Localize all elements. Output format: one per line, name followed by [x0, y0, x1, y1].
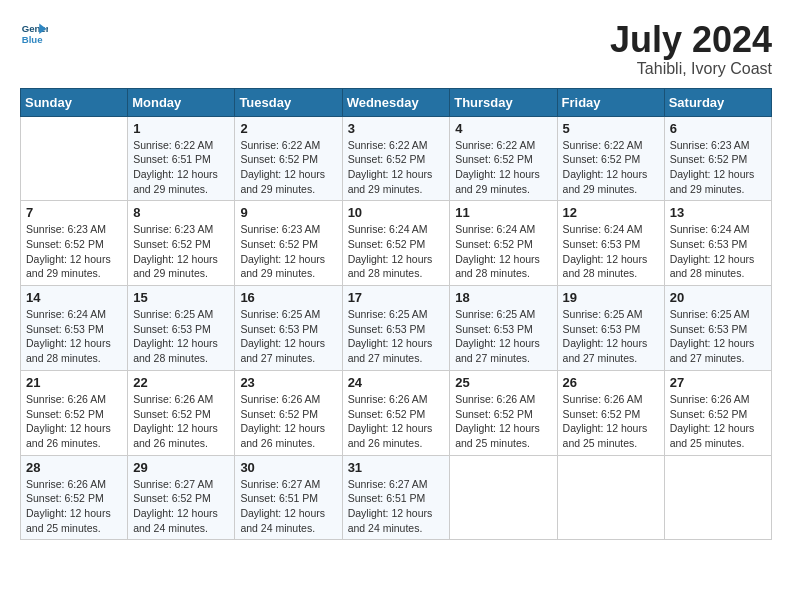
- day-number: 16: [240, 290, 336, 305]
- day-info: Sunrise: 6:25 AM Sunset: 6:53 PM Dayligh…: [455, 307, 551, 366]
- calendar-day-cell: 28Sunrise: 6:26 AM Sunset: 6:52 PM Dayli…: [21, 455, 128, 540]
- day-info: Sunrise: 6:24 AM Sunset: 6:53 PM Dayligh…: [563, 222, 659, 281]
- calendar-day-cell: 27Sunrise: 6:26 AM Sunset: 6:52 PM Dayli…: [664, 370, 771, 455]
- calendar-day-cell: 11Sunrise: 6:24 AM Sunset: 6:52 PM Dayli…: [450, 201, 557, 286]
- weekday-header-cell: Tuesday: [235, 88, 342, 116]
- calendar-day-cell: 31Sunrise: 6:27 AM Sunset: 6:51 PM Dayli…: [342, 455, 450, 540]
- weekday-header-cell: Saturday: [664, 88, 771, 116]
- calendar-day-cell: 20Sunrise: 6:25 AM Sunset: 6:53 PM Dayli…: [664, 286, 771, 371]
- calendar-day-cell: 10Sunrise: 6:24 AM Sunset: 6:52 PM Dayli…: [342, 201, 450, 286]
- calendar-day-cell: 17Sunrise: 6:25 AM Sunset: 6:53 PM Dayli…: [342, 286, 450, 371]
- day-number: 5: [563, 121, 659, 136]
- weekday-header-cell: Wednesday: [342, 88, 450, 116]
- day-number: 6: [670, 121, 766, 136]
- calendar-day-cell: 13Sunrise: 6:24 AM Sunset: 6:53 PM Dayli…: [664, 201, 771, 286]
- day-number: 15: [133, 290, 229, 305]
- logo: General Blue: [20, 20, 48, 48]
- calendar-day-cell: 2Sunrise: 6:22 AM Sunset: 6:52 PM Daylig…: [235, 116, 342, 201]
- calendar-day-cell: [450, 455, 557, 540]
- day-number: 13: [670, 205, 766, 220]
- day-info: Sunrise: 6:26 AM Sunset: 6:52 PM Dayligh…: [455, 392, 551, 451]
- day-info: Sunrise: 6:22 AM Sunset: 6:52 PM Dayligh…: [348, 138, 445, 197]
- logo-icon: General Blue: [20, 20, 48, 48]
- day-info: Sunrise: 6:26 AM Sunset: 6:52 PM Dayligh…: [563, 392, 659, 451]
- day-number: 31: [348, 460, 445, 475]
- day-info: Sunrise: 6:22 AM Sunset: 6:52 PM Dayligh…: [455, 138, 551, 197]
- day-info: Sunrise: 6:26 AM Sunset: 6:52 PM Dayligh…: [240, 392, 336, 451]
- calendar-body: 1Sunrise: 6:22 AM Sunset: 6:51 PM Daylig…: [21, 116, 772, 540]
- calendar-day-cell: 21Sunrise: 6:26 AM Sunset: 6:52 PM Dayli…: [21, 370, 128, 455]
- calendar-day-cell: 14Sunrise: 6:24 AM Sunset: 6:53 PM Dayli…: [21, 286, 128, 371]
- page-header: General Blue July 2024 Tahibli, Ivory Co…: [20, 20, 772, 78]
- day-number: 20: [670, 290, 766, 305]
- day-number: 28: [26, 460, 122, 475]
- day-info: Sunrise: 6:25 AM Sunset: 6:53 PM Dayligh…: [240, 307, 336, 366]
- calendar-day-cell: 12Sunrise: 6:24 AM Sunset: 6:53 PM Dayli…: [557, 201, 664, 286]
- day-info: Sunrise: 6:25 AM Sunset: 6:53 PM Dayligh…: [563, 307, 659, 366]
- day-info: Sunrise: 6:26 AM Sunset: 6:52 PM Dayligh…: [26, 392, 122, 451]
- day-number: 18: [455, 290, 551, 305]
- calendar-day-cell: 16Sunrise: 6:25 AM Sunset: 6:53 PM Dayli…: [235, 286, 342, 371]
- day-info: Sunrise: 6:26 AM Sunset: 6:52 PM Dayligh…: [26, 477, 122, 536]
- calendar-day-cell: 19Sunrise: 6:25 AM Sunset: 6:53 PM Dayli…: [557, 286, 664, 371]
- day-info: Sunrise: 6:22 AM Sunset: 6:52 PM Dayligh…: [563, 138, 659, 197]
- day-info: Sunrise: 6:25 AM Sunset: 6:53 PM Dayligh…: [133, 307, 229, 366]
- day-number: 22: [133, 375, 229, 390]
- calendar-day-cell: [21, 116, 128, 201]
- weekday-header-cell: Thursday: [450, 88, 557, 116]
- calendar-day-cell: 7Sunrise: 6:23 AM Sunset: 6:52 PM Daylig…: [21, 201, 128, 286]
- day-info: Sunrise: 6:27 AM Sunset: 6:51 PM Dayligh…: [240, 477, 336, 536]
- calendar-day-cell: 24Sunrise: 6:26 AM Sunset: 6:52 PM Dayli…: [342, 370, 450, 455]
- day-info: Sunrise: 6:23 AM Sunset: 6:52 PM Dayligh…: [26, 222, 122, 281]
- calendar-day-cell: 29Sunrise: 6:27 AM Sunset: 6:52 PM Dayli…: [128, 455, 235, 540]
- title-block: July 2024 Tahibli, Ivory Coast: [610, 20, 772, 78]
- day-info: Sunrise: 6:23 AM Sunset: 6:52 PM Dayligh…: [240, 222, 336, 281]
- svg-text:Blue: Blue: [22, 34, 43, 45]
- day-info: Sunrise: 6:25 AM Sunset: 6:53 PM Dayligh…: [348, 307, 445, 366]
- day-info: Sunrise: 6:24 AM Sunset: 6:52 PM Dayligh…: [455, 222, 551, 281]
- calendar-table: SundayMondayTuesdayWednesdayThursdayFrid…: [20, 88, 772, 541]
- day-number: 25: [455, 375, 551, 390]
- location-subtitle: Tahibli, Ivory Coast: [610, 60, 772, 78]
- day-info: Sunrise: 6:26 AM Sunset: 6:52 PM Dayligh…: [348, 392, 445, 451]
- weekday-header-cell: Monday: [128, 88, 235, 116]
- calendar-day-cell: 23Sunrise: 6:26 AM Sunset: 6:52 PM Dayli…: [235, 370, 342, 455]
- day-number: 10: [348, 205, 445, 220]
- day-number: 30: [240, 460, 336, 475]
- calendar-day-cell: 9Sunrise: 6:23 AM Sunset: 6:52 PM Daylig…: [235, 201, 342, 286]
- day-number: 23: [240, 375, 336, 390]
- day-number: 8: [133, 205, 229, 220]
- calendar-day-cell: 15Sunrise: 6:25 AM Sunset: 6:53 PM Dayli…: [128, 286, 235, 371]
- day-info: Sunrise: 6:25 AM Sunset: 6:53 PM Dayligh…: [670, 307, 766, 366]
- day-info: Sunrise: 6:24 AM Sunset: 6:52 PM Dayligh…: [348, 222, 445, 281]
- day-info: Sunrise: 6:24 AM Sunset: 6:53 PM Dayligh…: [26, 307, 122, 366]
- month-year-title: July 2024: [610, 20, 772, 60]
- weekday-header-cell: Sunday: [21, 88, 128, 116]
- day-info: Sunrise: 6:22 AM Sunset: 6:51 PM Dayligh…: [133, 138, 229, 197]
- day-info: Sunrise: 6:27 AM Sunset: 6:51 PM Dayligh…: [348, 477, 445, 536]
- day-info: Sunrise: 6:26 AM Sunset: 6:52 PM Dayligh…: [670, 392, 766, 451]
- calendar-day-cell: 6Sunrise: 6:23 AM Sunset: 6:52 PM Daylig…: [664, 116, 771, 201]
- calendar-day-cell: 3Sunrise: 6:22 AM Sunset: 6:52 PM Daylig…: [342, 116, 450, 201]
- day-info: Sunrise: 6:23 AM Sunset: 6:52 PM Dayligh…: [670, 138, 766, 197]
- calendar-week-row: 14Sunrise: 6:24 AM Sunset: 6:53 PM Dayli…: [21, 286, 772, 371]
- day-info: Sunrise: 6:27 AM Sunset: 6:52 PM Dayligh…: [133, 477, 229, 536]
- weekday-header-cell: Friday: [557, 88, 664, 116]
- day-number: 29: [133, 460, 229, 475]
- calendar-day-cell: 26Sunrise: 6:26 AM Sunset: 6:52 PM Dayli…: [557, 370, 664, 455]
- day-number: 26: [563, 375, 659, 390]
- day-number: 4: [455, 121, 551, 136]
- day-number: 14: [26, 290, 122, 305]
- day-number: 3: [348, 121, 445, 136]
- calendar-week-row: 1Sunrise: 6:22 AM Sunset: 6:51 PM Daylig…: [21, 116, 772, 201]
- weekday-header-row: SundayMondayTuesdayWednesdayThursdayFrid…: [21, 88, 772, 116]
- calendar-day-cell: 22Sunrise: 6:26 AM Sunset: 6:52 PM Dayli…: [128, 370, 235, 455]
- calendar-day-cell: [557, 455, 664, 540]
- calendar-day-cell: 4Sunrise: 6:22 AM Sunset: 6:52 PM Daylig…: [450, 116, 557, 201]
- day-number: 9: [240, 205, 336, 220]
- calendar-day-cell: 5Sunrise: 6:22 AM Sunset: 6:52 PM Daylig…: [557, 116, 664, 201]
- day-number: 11: [455, 205, 551, 220]
- day-number: 19: [563, 290, 659, 305]
- calendar-day-cell: 8Sunrise: 6:23 AM Sunset: 6:52 PM Daylig…: [128, 201, 235, 286]
- calendar-week-row: 7Sunrise: 6:23 AM Sunset: 6:52 PM Daylig…: [21, 201, 772, 286]
